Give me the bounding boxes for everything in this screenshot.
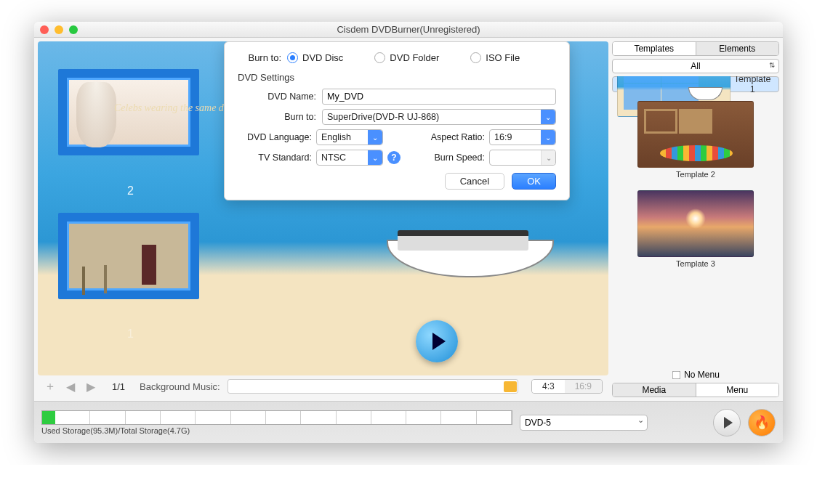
burn-button[interactable] [748, 409, 776, 436]
storage-text: Used Storage(95.3M)/Total Storage(4.7G) [41, 426, 512, 435]
dvd-language-label: DVD Language: [238, 132, 312, 142]
dvd-name-input[interactable] [322, 89, 556, 105]
sidebar: Templates Elements All Template 1 Templa… [612, 41, 779, 397]
titlebar: Cisdem DVDBurner(Unregistered) [34, 22, 783, 38]
aspect-169-button[interactable]: 16:9 [565, 380, 602, 393]
dvd-name-label: DVD Name: [251, 92, 316, 102]
video-clip-1[interactable] [58, 213, 199, 299]
burn-settings-dialog: Burn to: DVD Disc DVD Folder ISO File DV… [224, 41, 570, 200]
burn-to-label: Burn to: [238, 52, 281, 63]
tab-media[interactable]: Media [613, 383, 696, 397]
clip-number-1: 1 [127, 328, 134, 341]
video-clip-caption: Celebs wearing the same dress [114, 102, 240, 115]
dvd-type-select[interactable] [520, 415, 648, 431]
add-icon[interactable]: ＋ [44, 380, 57, 393]
aspect-segment: 4:3 16:9 [531, 379, 603, 394]
next-page-icon[interactable]: ▶ [84, 380, 97, 393]
menu-preview-canvas[interactable]: Celebs wearing the same dress 2 1 Burn t… [38, 41, 608, 375]
aspect-ratio-select[interactable]: 16:9⌄ [489, 129, 556, 145]
tab-elements[interactable]: Elements [696, 42, 779, 55]
clip-number-2: 2 [127, 184, 134, 198]
radio-dvd-disc[interactable]: DVD Disc [287, 52, 343, 63]
bg-music-input[interactable] [228, 379, 518, 394]
burn-speed-label: Burn Speed: [435, 153, 486, 163]
template-item-2[interactable]: Template 2 [612, 98, 779, 182]
burn-to-drive-select[interactable]: SuperDrive(DVD-R UJ-868)⌄ [322, 109, 556, 125]
page-indicator: 1/1 [112, 381, 125, 392]
aspect-ratio-label: Aspect Ratio: [431, 132, 485, 142]
template-item-3[interactable]: Template 3 [612, 187, 779, 271]
burn-to-drive-label: Burn to: [251, 112, 316, 122]
radio-iso-file[interactable]: ISO File [470, 52, 520, 63]
bottom-bar: Used Storage(95.3M)/Total Storage(4.7G) [34, 401, 783, 443]
template-item-1[interactable]: Template 1 [612, 76, 779, 92]
template-art-boat [387, 219, 554, 277]
bg-music-label: Background Music: [140, 381, 220, 392]
category-select[interactable]: All [612, 59, 779, 73]
browse-music-icon[interactable] [504, 381, 517, 392]
tab-menu[interactable]: Menu [696, 383, 779, 397]
no-menu-label: No Menu [684, 370, 720, 380]
no-menu-checkbox[interactable] [672, 370, 681, 379]
preview-toolbar: ＋ ◀ ▶ 1/1 Background Music: 4:3 16:9 [38, 375, 608, 397]
aspect-43-button[interactable]: 4:3 [532, 380, 565, 393]
tab-templates[interactable]: Templates [613, 42, 696, 55]
window-title: Cisdem DVDBurner(Unregistered) [34, 24, 783, 35]
app-window: Cisdem DVDBurner(Unregistered) Celebs we… [34, 22, 783, 443]
cancel-button[interactable]: Cancel [445, 173, 504, 190]
ok-button[interactable]: OK [512, 173, 556, 190]
storage-meter [41, 410, 512, 425]
play-button-big[interactable] [416, 320, 458, 362]
help-icon[interactable]: ? [387, 151, 401, 164]
radio-dvd-folder[interactable]: DVD Folder [374, 52, 439, 63]
burn-speed-select[interactable]: ⌄ [489, 150, 556, 166]
tv-standard-select[interactable]: NTSC⌄ [316, 150, 383, 166]
preview-play-button[interactable] [713, 409, 741, 436]
dvd-language-select[interactable]: English⌄ [316, 129, 383, 145]
dvd-settings-header: DVD Settings [238, 72, 556, 83]
prev-page-icon[interactable]: ◀ [64, 380, 77, 393]
tv-standard-label: TV Standard: [238, 153, 312, 163]
